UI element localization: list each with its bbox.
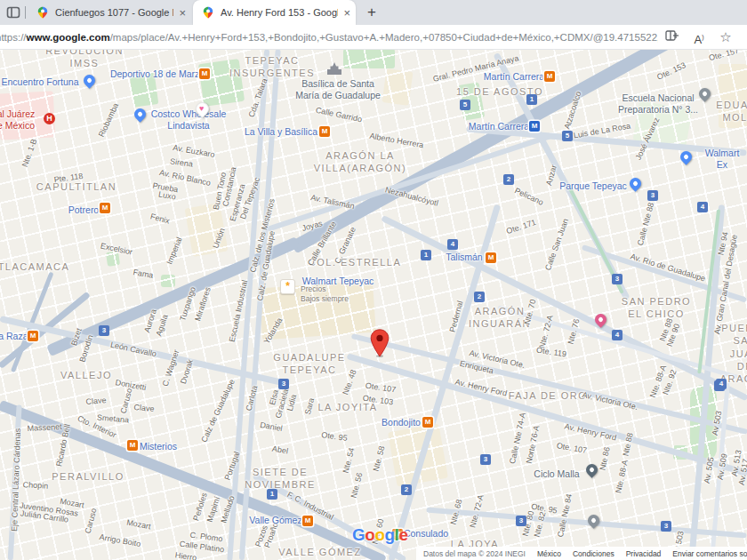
neighborhood-label: SIETE DE NOVIEMBRE xyxy=(245,466,316,492)
url-text[interactable]: https://www.google.com/maps/place/Av.+He… xyxy=(0,30,658,44)
transit-station-label[interactable]: Deportivo 18 de Marzo xyxy=(110,68,205,79)
destination-marker[interactable] xyxy=(370,329,390,361)
tab-cienfuegos[interactable]: Cienfuegos 1077 - Google Maps × xyxy=(28,0,191,25)
transit-station-label[interactable]: Martín Carrera xyxy=(484,71,544,82)
neighborhood-label: VALLE GÓMEZ xyxy=(278,546,361,558)
basilica-icon[interactable] xyxy=(325,61,343,76)
route-shield: 5 xyxy=(562,131,573,141)
pin-dot xyxy=(702,91,708,97)
pin-dot xyxy=(137,111,143,117)
attribution-link[interactable]: México xyxy=(537,549,561,558)
metro-station-icon[interactable]: M xyxy=(486,252,496,263)
metro-station-icon[interactable]: M xyxy=(127,440,138,451)
poi-label[interactable]: Basílica de Santa María de Guadalupe xyxy=(295,78,381,100)
google-logo: Google xyxy=(352,525,407,545)
google-logo-letter: o xyxy=(365,525,374,544)
transit-station-label[interactable]: Martín Carrera xyxy=(469,121,529,132)
tab-actions-button[interactable] xyxy=(5,4,21,20)
close-icon[interactable]: × xyxy=(343,7,350,19)
route-shield: 3 xyxy=(647,190,658,201)
poi-label[interactable]: Parque Tepeyac xyxy=(559,180,627,192)
tab-henry-ford[interactable]: Av. Henry Ford 153 - Google Ma × xyxy=(193,0,356,25)
read-aloud-button[interactable]: A) xyxy=(690,28,708,46)
google-logo-letter: e xyxy=(398,525,407,544)
route-shield: 3 xyxy=(480,454,491,465)
pin-dot xyxy=(632,180,639,187)
address-bar: https://www.google.com/maps/place/Av.+He… xyxy=(0,25,747,50)
url-scheme: https:// xyxy=(0,32,27,43)
transit-station-label[interactable]: Talismán xyxy=(446,252,482,262)
route-shield: 1 xyxy=(421,250,431,260)
metro-station-icon[interactable]: M xyxy=(302,516,313,526)
attribution-link[interactable]: Privacidad xyxy=(626,549,662,558)
pin-dot xyxy=(589,467,595,473)
poi-label[interactable]: Walmart Ex xyxy=(705,148,740,170)
poi-label[interactable]: Costco Wholesale Lindavista xyxy=(151,108,227,131)
neighborhood-label: TLACAMACA xyxy=(0,260,69,273)
transit-station-label[interactable]: La Raza xyxy=(0,331,28,341)
map-data-credit: Datos del mapa © 2024 INEGI xyxy=(423,549,526,558)
google-maps-favicon xyxy=(202,6,214,19)
metro-station-icon[interactable]: M xyxy=(544,71,555,82)
transit-station-label[interactable]: La Villa y Basílica xyxy=(245,126,317,137)
new-tab-button[interactable]: + xyxy=(362,3,382,22)
pin-dot xyxy=(590,517,597,524)
route-shield: 1 xyxy=(267,489,277,500)
route-shield: 2 xyxy=(401,484,412,495)
route-shield: 5 xyxy=(460,100,470,110)
route-shield: 3 xyxy=(278,379,289,389)
transit-station-label[interactable]: Misterios xyxy=(140,441,177,452)
attribution-link[interactable]: Enviar comentarios sobre el pro xyxy=(672,549,747,558)
favorites-star-button[interactable]: ☆ xyxy=(717,28,735,46)
heart-icon: ♥ xyxy=(197,103,206,113)
neighborhood-label: CAPULTITLAN xyxy=(36,180,116,193)
map-canvas[interactable]: Google Datos del mapa © 2024 INEGIMéxico… xyxy=(0,50,747,560)
neighborhood-label: PUEBLO SAN JUAN DE ARAGÓN xyxy=(720,322,747,385)
route-shield: 4 xyxy=(447,239,458,250)
street-label: Chopin xyxy=(22,480,48,490)
street-label: Clave xyxy=(133,403,155,413)
poi-label[interactable]: Escuela Nacional Preparatoria N° 3... xyxy=(618,92,698,115)
neighborhood-label: FAJA DE ORO xyxy=(509,389,588,402)
tab-actions-icon xyxy=(5,4,21,20)
route-shield: 2 xyxy=(503,174,514,185)
poi-label[interactable]: Ciclo Malla xyxy=(534,468,579,480)
tab-title: Cienfuegos 1077 - Google Maps xyxy=(55,7,173,18)
route-shield: 3 xyxy=(516,516,526,526)
neighborhood-label: ARAGÓN INGUARÁN xyxy=(469,305,531,331)
close-icon[interactable]: × xyxy=(179,7,186,19)
metro-station-icon[interactable]: M xyxy=(319,126,330,137)
transit-station-label[interactable]: Potrero xyxy=(68,204,99,215)
neighborhood-label: EDUARDO MOLINA xyxy=(716,99,747,124)
route-shield: 3 xyxy=(99,325,109,336)
walmart-store-icon[interactable]: * xyxy=(280,279,295,294)
route-shield: 4 xyxy=(697,202,708,212)
google-maps-favicon xyxy=(36,6,49,19)
metro-station-icon[interactable]: M xyxy=(422,417,433,428)
route-shield: 1 xyxy=(526,94,537,105)
transit-station-label[interactable]: Consulado xyxy=(404,528,448,539)
poi-label[interactable]: Encuentro Fortuna xyxy=(2,76,79,88)
poi-label[interactable]: al Juárez e México xyxy=(0,108,35,131)
route-shield: 3 xyxy=(661,521,671,532)
browser-window: Cienfuegos 1077 - Google Maps × Av. Henr… xyxy=(0,0,747,560)
metro-station-icon[interactable]: M xyxy=(100,203,110,213)
neighborhood-label: REVOLUCIÓN IMSS xyxy=(45,50,124,69)
metro-station-icon[interactable]: M xyxy=(199,68,210,79)
neighborhood-label: GUADALUPE TEPEYAC xyxy=(273,351,345,377)
poi-label[interactable]: Precios Bajos siempre xyxy=(301,284,349,303)
transit-station-label[interactable]: Bondojito xyxy=(382,417,421,428)
metro-station-icon[interactable]: M xyxy=(28,331,38,341)
attribution-link[interactable]: Condiciones xyxy=(573,549,614,558)
split-screen-button[interactable] xyxy=(663,28,680,46)
url-path: /maps/place/Av.+Henry+Ford+153,+Bondojit… xyxy=(110,32,658,43)
route-shield: 3 xyxy=(612,274,622,284)
read-aloud-icon: A xyxy=(694,33,702,46)
metro-station-icon[interactable]: M xyxy=(529,121,540,132)
route-shield: 4 xyxy=(612,330,622,340)
neighborhood-label: VALLEJO xyxy=(60,369,112,381)
google-logo-letter: o xyxy=(374,525,384,544)
hospital-icon[interactable]: H xyxy=(44,113,55,124)
transit-station-label[interactable]: Valle Gómez xyxy=(249,515,301,525)
neighborhood-label: SAN PEDRO EL CHICO xyxy=(622,295,691,321)
